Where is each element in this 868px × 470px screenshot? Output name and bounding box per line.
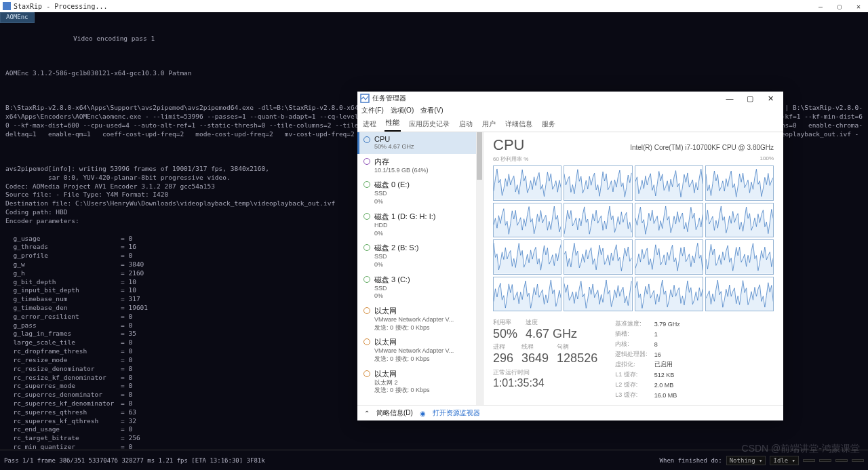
perf-icon: ◉ xyxy=(420,410,426,417)
handles-value: 128526 xyxy=(557,351,597,366)
info-val: 1 xyxy=(654,330,680,338)
cpu-core-chart-8 xyxy=(493,239,561,275)
sidebar-scrollbar[interactable] xyxy=(476,132,483,405)
speed-value: 4.67 GHz xyxy=(526,327,577,341)
info-key: 逻辑处理器: xyxy=(615,350,653,359)
sidebar-item-sub: 10.1/15.9 GB (64%) xyxy=(374,167,479,175)
cpu-core-chart-13 xyxy=(564,277,632,312)
status-priority-select[interactable]: Idle ▾ xyxy=(770,456,799,465)
sidebar-item-title: 以太网 xyxy=(374,337,479,347)
tm-tab-3[interactable]: 启动 xyxy=(458,117,474,132)
sidebar-item-sub: 50% 4.67 GHz xyxy=(374,143,479,151)
encode-header: Video encoding pass 1 xyxy=(73,35,863,43)
sidebar-item-disk-5[interactable]: 磁盘 3 (C:)SSD0% xyxy=(357,272,483,303)
info-key: L1 缓存: xyxy=(615,370,653,379)
memory-icon xyxy=(363,158,370,165)
sidebar-item-title: 以太网 xyxy=(374,306,479,316)
tm-tab-4[interactable]: 用户 xyxy=(481,117,497,132)
info-row: L2 缓存:2.0 MB xyxy=(615,380,680,389)
status-btn-3[interactable] xyxy=(803,459,815,462)
info-val: 8 xyxy=(654,340,680,349)
status-btn-6[interactable] xyxy=(852,459,864,462)
cpu-core-chart-2 xyxy=(635,165,703,201)
sidebar-item-sub: 发送: 0 接收: 0 Kbps xyxy=(374,387,479,395)
info-key: 内核: xyxy=(615,340,653,349)
tm-titlebar: 任务管理器 — ▢ ✕ xyxy=(357,92,783,106)
cpu-core-chart-5 xyxy=(564,203,632,238)
sidebar-item-disk-3[interactable]: 磁盘 1 (D: G: H: I:)HDD0% xyxy=(357,209,483,240)
speed-label: 速度 xyxy=(526,318,577,327)
close-button[interactable]: ✕ xyxy=(852,3,865,10)
tm-menu-view[interactable]: 查看(V) xyxy=(420,106,443,117)
tm-minimize-button[interactable]: — xyxy=(719,94,740,103)
sidebar-item-cpu-0[interactable]: CPU50% 4.67 GHz xyxy=(357,132,483,154)
tm-tab-1[interactable]: 性能 xyxy=(384,116,401,132)
info-val: 2.0 MB xyxy=(654,380,680,389)
info-row: L1 缓存:512 KB xyxy=(615,370,680,379)
sidebar-item-sub: VMware Network Adapter V... xyxy=(374,316,479,324)
cpu-core-chart-0 xyxy=(493,165,561,201)
info-key: 基准速度: xyxy=(615,319,653,328)
status-when-finished-label: When finished do: xyxy=(660,457,722,464)
cpu-core-chart-12 xyxy=(493,277,561,312)
cpu-core-chart-4 xyxy=(493,203,561,238)
tm-close-button[interactable]: ✕ xyxy=(760,94,781,103)
sidebar-item-title: 内存 xyxy=(374,157,479,167)
tab-aomenc[interactable]: AOMEnc xyxy=(0,12,35,23)
info-key: L3 缓存: xyxy=(615,391,653,399)
tm-tab-5[interactable]: 详细信息 xyxy=(504,117,534,132)
sidebar-item-sub: SSD xyxy=(374,190,479,198)
status-btn-4[interactable] xyxy=(819,459,831,462)
sidebar-item-net-7[interactable]: 以太网VMware Network Adapter V...发送: 0 接收: … xyxy=(357,334,483,366)
sidebar-item-net-6[interactable]: 以太网VMware Network Adapter V...发送: 0 接收: … xyxy=(357,303,483,334)
status-btn-5[interactable] xyxy=(835,459,848,462)
tm-menu-file[interactable]: 文件(F) xyxy=(361,106,384,117)
cpu-core-chart-3 xyxy=(705,165,774,201)
tm-maximize-button[interactable]: ▢ xyxy=(740,94,760,103)
tm-tab-0[interactable]: 进程 xyxy=(361,117,378,132)
cpu-info-table: 基准速度:3.79 GHz插槽:1内核:8逻辑处理器:16虚拟化:已启用L1 缓… xyxy=(614,318,682,401)
tm-tab-2[interactable]: 应用历史记录 xyxy=(408,117,451,132)
sidebar-item-sub: 0% xyxy=(374,198,479,206)
cpu-charts-grid xyxy=(493,165,774,311)
task-manager-icon xyxy=(360,94,370,103)
tm-main-panel: CPU Intel(R) Core(TM) i7-10700KF CPU @ 3… xyxy=(484,132,783,405)
scrollbar-thumb[interactable] xyxy=(477,132,482,180)
cpu-core-chart-14 xyxy=(635,277,703,312)
net-icon xyxy=(363,338,370,345)
handles-label: 句柄 xyxy=(557,342,597,351)
chart-label-left: 60 秒利用率 % xyxy=(493,155,528,163)
tm-open-resmon[interactable]: 打开资源监视器 xyxy=(433,408,480,418)
sidebar-item-disk-4[interactable]: 磁盘 2 (B: S:)SSD0% xyxy=(357,240,483,271)
sidebar-item-memory-1[interactable]: 内存10.1/15.9 GB (64%) xyxy=(357,154,483,178)
sidebar-item-title: 磁盘 2 (B: S:) xyxy=(374,243,479,253)
status-when-finished-select[interactable]: Nothing ▾ xyxy=(726,456,766,465)
info-val: 512 KB xyxy=(654,370,680,379)
util-value: 50% xyxy=(493,327,517,341)
sidebar-item-net-8[interactable]: 以太网以太网 2发送: 0 接收: 0 Kbps xyxy=(357,366,483,397)
encoder-version: AOMEnc 3.1.2-586-gc1b030121-x64-gcc10.3.… xyxy=(5,69,863,78)
tm-brief-toggle[interactable]: 简略信息(D) xyxy=(376,408,413,418)
sidebar-item-sub: SSD xyxy=(374,285,479,293)
tm-title: 任务管理器 xyxy=(370,94,719,103)
param-row: rc_target_bitrate= 256 xyxy=(5,434,863,443)
info-val: 已启用 xyxy=(654,360,680,369)
chart-label-right: 100% xyxy=(760,155,774,163)
watermark: CSDN @前端讲堂-鸿蒙课堂 xyxy=(742,443,860,455)
sidebar-item-sub: VMware Network Adapter V... xyxy=(374,347,479,355)
sidebar-item-sub: HDD xyxy=(374,222,479,230)
sidebar-item-sub: 0% xyxy=(374,261,479,269)
cpu-icon xyxy=(363,136,370,143)
disk-icon xyxy=(363,213,370,220)
threads-value: 3649 xyxy=(521,351,549,366)
minimize-button[interactable]: — xyxy=(814,3,827,10)
tm-footer: ⌃ 简略信息(D) ◉ 打开资源监视器 xyxy=(357,405,783,420)
uptime-value: 1:01:35:34 xyxy=(493,377,597,389)
tm-sidebar: CPU50% 4.67 GHz内存10.1/15.9 GB (64%)磁盘 0 … xyxy=(357,132,484,405)
cpu-core-chart-15 xyxy=(705,277,774,312)
info-val: 16 xyxy=(654,350,680,359)
tm-tabs: 进程性能应用历史记录启动用户详细信息服务 xyxy=(357,117,783,132)
sidebar-item-disk-2[interactable]: 磁盘 0 (E:)SSD0% xyxy=(357,177,483,208)
tm-tab-6[interactable]: 服务 xyxy=(540,117,557,132)
maximize-button[interactable]: ▢ xyxy=(833,3,846,10)
